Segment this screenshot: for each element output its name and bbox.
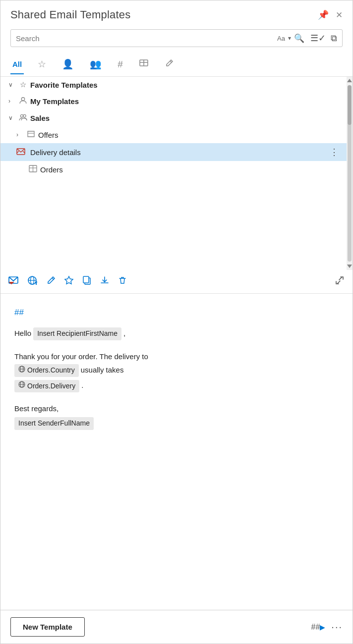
tree-section: ∨ ☆ Favorite Templates › My Templates ∨ bbox=[0, 77, 353, 270]
email-sender-chip-label: Insert SenderFullName bbox=[18, 418, 90, 429]
scrollbar-thumb[interactable] bbox=[348, 85, 352, 125]
offers-label: Offers bbox=[38, 131, 59, 139]
sales-icon bbox=[18, 113, 27, 123]
tab-table[interactable] bbox=[137, 54, 151, 76]
tab-favorites[interactable]: ☆ bbox=[36, 54, 48, 76]
tree-row-my-templates[interactable]: › My Templates bbox=[0, 93, 347, 109]
email-recipient-chip-label: Insert RecipientFirstName bbox=[37, 328, 118, 340]
pin-icon[interactable]: 📌 bbox=[318, 9, 329, 20]
footer-hash-label: ## bbox=[311, 623, 320, 632]
email-body-line3: Orders.Delivery . bbox=[14, 379, 339, 392]
external-link-icon[interactable]: ⧉ bbox=[331, 33, 337, 44]
close-icon[interactable]: ✕ bbox=[336, 10, 343, 20]
toolbar-expand-icon[interactable] bbox=[335, 275, 345, 288]
toolbar-star-icon[interactable] bbox=[64, 275, 74, 288]
search-input[interactable] bbox=[16, 34, 274, 43]
font-size-dropdown-icon[interactable]: ▾ bbox=[288, 35, 291, 42]
sales-chevron: ∨ bbox=[8, 114, 15, 121]
scrollbar-up-arrow[interactable] bbox=[347, 79, 352, 82]
toolbar-delete-icon[interactable] bbox=[118, 275, 127, 288]
email-greeting-post: , bbox=[123, 327, 125, 340]
tab-bar: All ☆ 👤 👥 # bbox=[0, 54, 353, 77]
tree-row-orders[interactable]: Orders bbox=[0, 161, 347, 178]
app-title: Shared Email Templates bbox=[10, 8, 130, 21]
orders-label: Orders bbox=[40, 165, 63, 174]
offers-icon bbox=[26, 130, 35, 140]
footer-hash-icon[interactable]: ## ▶ bbox=[311, 623, 326, 632]
favorites-chevron: ∨ bbox=[8, 81, 15, 88]
toolbar-edit-web-icon[interactable] bbox=[27, 275, 38, 288]
offers-chevron: › bbox=[16, 131, 23, 138]
my-templates-label: My Templates bbox=[30, 97, 79, 106]
search-right-icons: ☰✓ ⧉ bbox=[310, 33, 337, 44]
search-button[interactable]: 🔍 bbox=[294, 33, 304, 44]
email-sender-chip[interactable]: Insert SenderFullName bbox=[14, 417, 94, 430]
sales-label: Sales bbox=[30, 114, 50, 122]
email-greeting-text: Hello bbox=[14, 327, 31, 340]
delivery-chip-icon bbox=[18, 381, 25, 391]
svg-point-5 bbox=[23, 114, 25, 117]
email-delivery-chip[interactable]: Orders.Delivery bbox=[14, 380, 79, 393]
scrollbar-track bbox=[348, 85, 352, 262]
app-container: Shared Email Templates 📌 ✕ Aa ▾ 🔍 ☰✓ ⧉ A… bbox=[0, 0, 353, 644]
search-bar[interactable]: Aa ▾ 🔍 ☰✓ ⧉ bbox=[10, 29, 343, 47]
email-blank-1 bbox=[14, 342, 339, 350]
delivery-details-more-icon[interactable]: ⋮ bbox=[330, 147, 339, 158]
tree-row-delivery-details[interactable]: Delivery details ⋮ bbox=[0, 143, 347, 161]
email-blank-2 bbox=[14, 394, 339, 402]
scrollbar-down-arrow[interactable] bbox=[347, 265, 352, 268]
toolbar-copy-icon[interactable] bbox=[82, 275, 92, 288]
tree-scrollbar bbox=[347, 77, 353, 270]
tab-edit[interactable] bbox=[163, 54, 176, 76]
email-country-chip-label: Orders.Country bbox=[27, 365, 75, 376]
svg-point-3 bbox=[21, 98, 24, 101]
tab-edit-icon bbox=[165, 58, 175, 70]
email-greeting-line: Hello Insert RecipientFirstName , bbox=[14, 327, 339, 340]
email-body-line2: Orders.Country usually takes bbox=[14, 364, 339, 377]
email-closing-text: Best regards, bbox=[14, 402, 59, 415]
email-country-chip[interactable]: Orders.Country bbox=[14, 364, 79, 377]
my-templates-chevron: › bbox=[8, 98, 15, 105]
filter-icon[interactable]: ☰✓ bbox=[310, 33, 326, 44]
tab-table-icon bbox=[139, 58, 149, 70]
favorites-icon: ☆ bbox=[18, 80, 27, 89]
email-preview: ## Hello Insert RecipientFirstName , Tha… bbox=[0, 294, 353, 610]
tab-personal[interactable]: 👤 bbox=[60, 54, 76, 76]
tree-row-offers[interactable]: › Offers bbox=[0, 126, 347, 143]
delivery-details-label: Delivery details bbox=[30, 148, 81, 157]
email-body-mid: usually takes bbox=[81, 364, 124, 376]
email-sender-line: Insert SenderFullName bbox=[14, 417, 339, 430]
footer-more-icon[interactable]: ··· bbox=[331, 621, 343, 633]
toolbar-download-icon[interactable] bbox=[100, 275, 110, 288]
tab-favorites-icon: ☆ bbox=[38, 58, 46, 70]
email-body-pre: Thank you for your order. The delivery t… bbox=[14, 352, 148, 361]
svg-point-4 bbox=[20, 114, 23, 117]
delivery-details-icon bbox=[16, 147, 25, 158]
tree-content: ∨ ☆ Favorite Templates › My Templates ∨ bbox=[0, 77, 347, 270]
tab-hashtag[interactable]: # bbox=[116, 55, 125, 76]
header-icons: 📌 ✕ bbox=[318, 9, 343, 20]
header: Shared Email Templates 📌 ✕ bbox=[0, 0, 353, 26]
email-hash-label: ## bbox=[14, 306, 339, 320]
font-size-label: Aa bbox=[277, 35, 285, 42]
orders-icon bbox=[28, 164, 37, 174]
tab-personal-icon: 👤 bbox=[62, 58, 74, 70]
country-chip-icon bbox=[18, 366, 25, 376]
email-delivery-chip-label: Orders.Delivery bbox=[27, 380, 75, 392]
toolbar-template-icon[interactable] bbox=[8, 275, 19, 288]
tab-shared[interactable]: 👥 bbox=[88, 54, 104, 76]
new-template-button[interactable]: New Template bbox=[10, 617, 85, 637]
tab-shared-icon: 👥 bbox=[90, 58, 102, 70]
tree-row-favorites[interactable]: ∨ ☆ Favorite Templates bbox=[0, 77, 347, 93]
toolbar-pencil-icon[interactable] bbox=[46, 275, 56, 288]
email-closing-line: Best regards, bbox=[14, 402, 339, 415]
svg-rect-18 bbox=[83, 276, 89, 283]
tab-hashtag-icon: # bbox=[118, 59, 123, 70]
tree-row-sales[interactable]: ∨ Sales bbox=[0, 109, 347, 126]
my-templates-icon bbox=[18, 96, 27, 106]
email-body-line1: Thank you for your order. The delivery t… bbox=[14, 350, 339, 363]
favorites-label: Favorite Templates bbox=[30, 81, 98, 89]
email-body-end: . bbox=[81, 379, 83, 392]
email-recipient-chip[interactable]: Insert RecipientFirstName bbox=[33, 327, 121, 340]
tab-all[interactable]: All bbox=[10, 56, 24, 74]
